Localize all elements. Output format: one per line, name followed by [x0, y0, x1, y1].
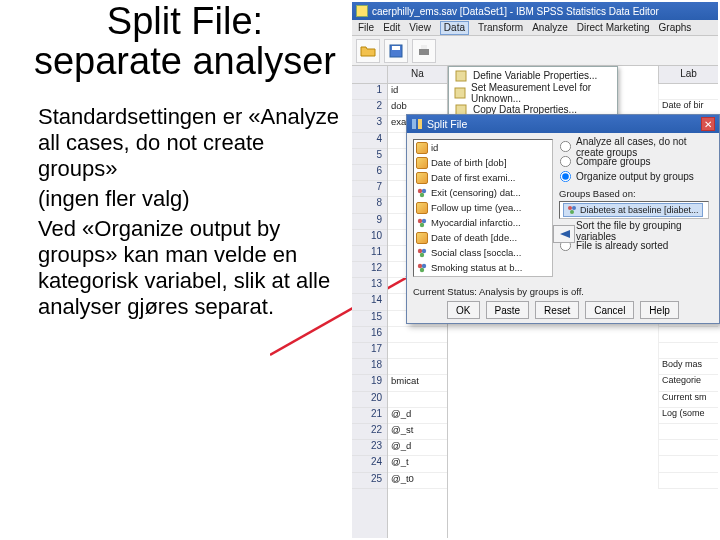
name-cell[interactable]: [388, 343, 447, 359]
toolbar-open-button[interactable]: [356, 39, 380, 63]
scale-icon: [416, 277, 428, 278]
row-number[interactable]: 24: [352, 456, 387, 472]
variable-label: Date of first exami...: [431, 172, 515, 183]
menu-transform[interactable]: Transform: [478, 22, 523, 33]
row-number[interactable]: 13: [352, 278, 387, 294]
move-variable-button[interactable]: [553, 225, 575, 243]
row-number[interactable]: 11: [352, 246, 387, 262]
name-cell[interactable]: [388, 327, 447, 343]
scale-icon: [416, 232, 428, 244]
label-cell[interactable]: Categorie: [658, 375, 718, 391]
row-number[interactable]: 4: [352, 133, 387, 149]
row-number[interactable]: 2: [352, 100, 387, 116]
nominal-icon: [416, 217, 428, 229]
svg-point-24: [422, 248, 426, 252]
svg-point-21: [422, 218, 426, 222]
variable-row[interactable]: Follow up time (yea...: [414, 200, 552, 215]
row-number[interactable]: 8: [352, 197, 387, 213]
label-cell[interactable]: Log (some: [658, 408, 718, 424]
scale-icon: [416, 157, 428, 169]
svg-point-30: [572, 206, 576, 210]
row-number[interactable]: 19: [352, 375, 387, 391]
svg-point-17: [418, 188, 422, 192]
label-cell[interactable]: [658, 440, 718, 456]
variable-list[interactable]: idDate of birth [dob]Date of first exami…: [413, 139, 553, 277]
name-cell[interactable]: @_d: [388, 440, 447, 456]
variable-row[interactable]: Date of birth [dob]: [414, 155, 552, 170]
menu-directmarketing[interactable]: Direct Marketing: [577, 22, 650, 33]
label-cell[interactable]: [658, 327, 718, 343]
name-cell[interactable]: [388, 359, 447, 375]
name-cell[interactable]: id: [388, 84, 447, 100]
variable-row[interactable]: Fibrinogen at baseli...: [414, 275, 552, 277]
variable-label: Smoking status at b...: [431, 262, 522, 273]
row-number[interactable]: 7: [352, 181, 387, 197]
help-button[interactable]: Help: [640, 301, 679, 319]
menu-analyze[interactable]: Analyze: [532, 22, 568, 33]
radio-organize-output[interactable]: Organize output by groups: [559, 169, 713, 184]
row-number[interactable]: 6: [352, 165, 387, 181]
row-number[interactable]: 20: [352, 392, 387, 408]
reset-button[interactable]: Reset: [535, 301, 579, 319]
paste-button[interactable]: Paste: [486, 301, 530, 319]
name-cell[interactable]: [388, 392, 447, 408]
row-number[interactable]: 25: [352, 473, 387, 489]
row-number[interactable]: 23: [352, 440, 387, 456]
groups-based-on-box[interactable]: Diabetes at baseline [diabet...: [559, 201, 709, 219]
arrow-left-icon: [558, 229, 570, 239]
row-number[interactable]: 12: [352, 262, 387, 278]
label-cell[interactable]: [658, 84, 718, 100]
row-number[interactable]: 9: [352, 214, 387, 230]
label-cell[interactable]: [658, 456, 718, 472]
label-cell[interactable]: Current sm: [658, 392, 718, 408]
row-number[interactable]: 21: [352, 408, 387, 424]
scale-icon: [416, 142, 428, 154]
variable-row[interactable]: Date of death [dde...: [414, 230, 552, 245]
name-cell[interactable]: @_st: [388, 424, 447, 440]
row-number[interactable]: 3: [352, 116, 387, 132]
variable-label: Exit (censoring) dat...: [431, 187, 521, 198]
menu-file[interactable]: File: [358, 22, 374, 33]
variable-row[interactable]: id: [414, 140, 552, 155]
row-number[interactable]: 16: [352, 327, 387, 343]
close-icon[interactable]: ✕: [701, 117, 715, 131]
row-number[interactable]: 14: [352, 294, 387, 310]
menu-edit[interactable]: Edit: [383, 22, 400, 33]
menu-item[interactable]: Set Measurement Level for Unknown...: [449, 84, 617, 101]
label-cell[interactable]: [658, 473, 718, 489]
menu-graphs[interactable]: Graphs: [659, 22, 692, 33]
row-number[interactable]: 15: [352, 311, 387, 327]
row-number[interactable]: 22: [352, 424, 387, 440]
variable-row[interactable]: Myocardial infarctio...: [414, 215, 552, 230]
menubar[interactable]: File Edit View Data Transform Analyze Di…: [352, 20, 718, 36]
row-number[interactable]: 10: [352, 230, 387, 246]
variable-label: Follow up time (yea...: [431, 202, 521, 213]
row-number[interactable]: 5: [352, 149, 387, 165]
selected-group-var[interactable]: Diabetes at baseline [diabet...: [563, 203, 703, 217]
name-cell[interactable]: @_t: [388, 456, 447, 472]
variable-row[interactable]: Social class [soccla...: [414, 245, 552, 260]
svg-point-20: [418, 218, 422, 222]
label-header: Lab: [658, 66, 718, 84]
radio-sort-file[interactable]: Sort the file by grouping variables: [559, 223, 713, 238]
name-cell[interactable]: @_d: [388, 408, 447, 424]
variable-row[interactable]: Smoking status at b...: [414, 260, 552, 275]
menu-data[interactable]: Data: [440, 21, 469, 35]
menu-view[interactable]: View: [409, 22, 431, 33]
variable-row[interactable]: Exit (censoring) dat...: [414, 185, 552, 200]
name-cell[interactable]: @_t0: [388, 473, 447, 489]
label-cell[interactable]: [658, 424, 718, 440]
toolbar-save-button[interactable]: [384, 39, 408, 63]
row-number[interactable]: 18: [352, 359, 387, 375]
ok-button[interactable]: OK: [447, 301, 479, 319]
label-cell[interactable]: [658, 343, 718, 359]
row-number[interactable]: 17: [352, 343, 387, 359]
label-cell[interactable]: Body mas: [658, 359, 718, 375]
variable-row[interactable]: Date of first exami...: [414, 170, 552, 185]
svg-rect-4: [421, 45, 427, 49]
row-number[interactable]: 1: [352, 84, 387, 100]
radio-analyze-all[interactable]: Analyze all cases, do not create groups: [559, 139, 713, 154]
cancel-button[interactable]: Cancel: [585, 301, 634, 319]
toolbar-print-button[interactable]: [412, 39, 436, 63]
name-cell[interactable]: bmicat: [388, 375, 447, 391]
